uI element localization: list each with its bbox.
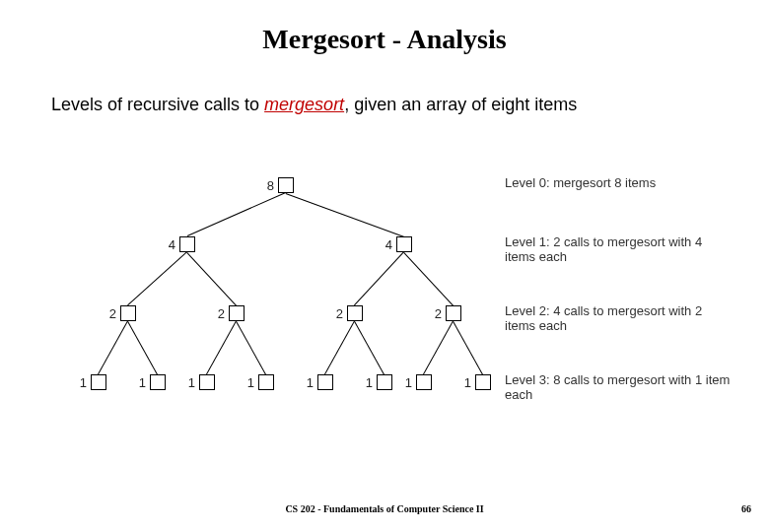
tree-node-box <box>150 374 166 390</box>
recursion-tree-diagram: 8Level 0: mergesort 8 items44Level 1: 2 … <box>51 167 722 424</box>
tree-node-label: 2 <box>109 306 120 321</box>
tree-node-box <box>258 374 274 390</box>
tree-node-label: 4 <box>385 237 396 252</box>
tree-node-label: 1 <box>139 375 150 390</box>
tree-node-label: 2 <box>336 306 347 321</box>
tree-node-box <box>120 305 136 321</box>
tree-node-label: 1 <box>307 375 317 390</box>
page-title: Mergesort - Analysis <box>0 24 769 55</box>
level-description-2: Level 2: 4 calls to mergesort with 2 ite… <box>505 303 732 333</box>
level-description-3: Level 3: 8 calls to mergesort with 1 ite… <box>505 372 732 402</box>
tree-node-label: 2 <box>218 306 229 321</box>
tree-node-label: 4 <box>169 237 179 252</box>
tree-edge <box>286 193 404 237</box>
tree-node-box <box>396 236 412 252</box>
tree-node-label: 1 <box>247 375 258 390</box>
subtitle-pre: Levels of recursive calls to <box>51 95 264 114</box>
tree-node-label: 8 <box>267 178 278 193</box>
tree-edge <box>186 252 237 306</box>
tree-edge <box>453 321 483 374</box>
tree-edge <box>187 192 286 236</box>
tree-node-box <box>179 236 195 252</box>
tree-edge <box>324 321 355 374</box>
tree-node-label: 1 <box>188 375 199 390</box>
subtitle-keyword: mergesort <box>264 95 344 114</box>
level-description-1: Level 1: 2 calls to mergesort with 4 ite… <box>505 234 732 264</box>
tree-node-box <box>317 374 333 390</box>
tree-edge <box>127 321 158 374</box>
tree-edge <box>127 251 187 305</box>
tree-edge <box>403 252 454 306</box>
level-description-0: Level 0: mergesort 8 items <box>505 175 732 190</box>
subtitle-post: , given an array of eight items <box>344 95 577 114</box>
tree-node-label: 1 <box>405 375 416 390</box>
tree-node-box <box>91 374 106 390</box>
tree-edge <box>206 321 237 374</box>
tree-node-box <box>229 305 245 321</box>
tree-node-label: 1 <box>366 375 377 390</box>
tree-node-label: 2 <box>435 306 446 321</box>
tree-node-box <box>416 374 432 390</box>
tree-node-label: 1 <box>80 375 91 390</box>
tree-node-box <box>199 374 215 390</box>
page-number: 66 <box>741 503 751 514</box>
tree-edge <box>423 321 454 374</box>
tree-node-box <box>446 305 461 321</box>
tree-node-label: 1 <box>464 375 475 390</box>
tree-edge <box>354 321 384 374</box>
tree-edge <box>354 251 404 305</box>
tree-node-box <box>347 305 363 321</box>
tree-edge <box>98 321 128 374</box>
tree-edge <box>236 321 266 374</box>
tree-node-box <box>377 374 392 390</box>
tree-node-box <box>278 177 294 193</box>
subtitle: Levels of recursive calls to mergesort, … <box>51 95 769 115</box>
tree-node-box <box>475 374 491 390</box>
footer-course: CS 202 - Fundamentals of Computer Scienc… <box>0 503 769 514</box>
